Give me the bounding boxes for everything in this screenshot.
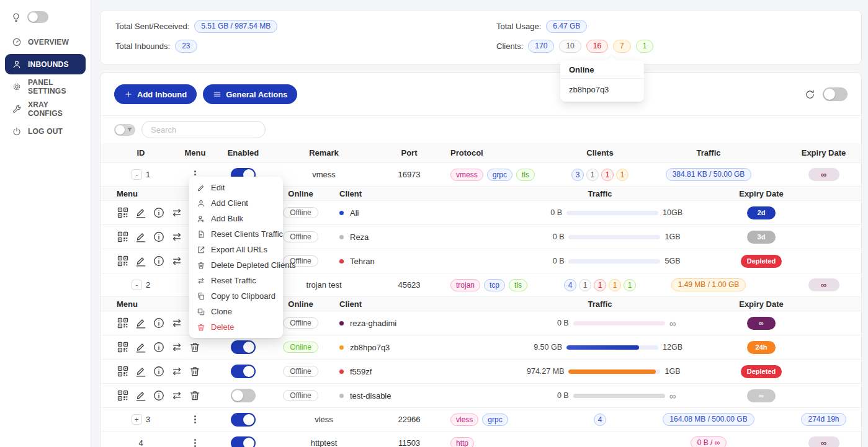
status-badge: Offline <box>283 231 318 242</box>
search-input[interactable] <box>141 121 266 138</box>
clients-count-online[interactable]: 1 <box>636 40 654 53</box>
qrcode-icon[interactable] <box>117 206 129 219</box>
clients-count-total[interactable]: 170 <box>528 40 554 53</box>
col-enabled: Enabled <box>209 148 277 157</box>
menu-item-edit[interactable]: Edit <box>192 180 280 195</box>
trash-icon[interactable] <box>189 365 201 378</box>
collapse-row-button[interactable]: - <box>132 280 142 290</box>
inbound-context-menu: Edit Add Client Add Bulk Reset Clients T… <box>189 177 283 338</box>
qrcode-icon[interactable] <box>117 317 129 329</box>
sidebar-item-panel-settings[interactable]: PANEL SETTINGS <box>5 76 86 97</box>
client-row-f559zf: Offline f559zf 974.27 MB1GB Depleted <box>101 360 861 384</box>
qrcode-icon[interactable] <box>117 365 129 378</box>
power-icon <box>12 126 22 136</box>
edit-icon[interactable] <box>135 231 147 243</box>
sidebar-item-label: INBOUNDS <box>28 60 69 69</box>
info-icon[interactable] <box>153 317 165 329</box>
clients-count-depleted[interactable]: 16 <box>586 40 608 53</box>
clients-count-expiring[interactable]: 7 <box>613 40 631 53</box>
sidebar-item-overview[interactable]: OVERVIEW <box>5 32 86 52</box>
info-icon[interactable] <box>153 341 165 353</box>
menu-item-clone[interactable]: Clone <box>192 304 280 319</box>
reset-traffic-icon[interactable] <box>171 255 183 267</box>
info-icon[interactable] <box>153 231 165 243</box>
sidebar-item-log-out[interactable]: LOG OUT <box>5 121 86 141</box>
status-badge: Offline <box>283 317 318 329</box>
menu-item-delete[interactable]: Delete <box>192 319 280 335</box>
inbound-remark: vless <box>277 415 370 424</box>
count-badge: 1 <box>601 169 614 181</box>
protocol-tag: tls <box>516 169 535 181</box>
table-header: ID Menu Enabled Remark Port Protocol Cli… <box>101 143 861 163</box>
traffic-limit: ∞ <box>669 318 676 329</box>
row-menu-button[interactable] <box>194 415 196 423</box>
edit-icon[interactable] <box>135 317 147 329</box>
qrcode-icon[interactable] <box>117 389 129 402</box>
traffic-bar <box>566 211 658 215</box>
clients-count-default[interactable]: 10 <box>559 40 581 53</box>
traffic-used: 974.27 MB <box>519 367 564 376</box>
reset-traffic-icon[interactable] <box>171 389 183 402</box>
filter-toggle[interactable] <box>114 124 135 136</box>
traffic-used: 0 B <box>519 257 564 265</box>
sidebar-item-xray-configs[interactable]: XRAY CONFIGS <box>5 99 86 119</box>
trash-icon[interactable] <box>189 389 201 402</box>
edit-icon[interactable] <box>135 341 147 353</box>
trash-icon[interactable] <box>189 341 201 353</box>
menu-item-add-bulk[interactable]: Add Bulk <box>192 211 280 226</box>
menu-item-export-all-urls[interactable]: Export All URLs <box>192 242 280 257</box>
expand-row-button[interactable]: + <box>132 414 142 425</box>
refresh-icon[interactable] <box>805 89 815 100</box>
edit-icon[interactable] <box>135 206 147 219</box>
auto-refresh-toggle[interactable] <box>823 87 848 101</box>
online-clients-popover: Online zb8hpo7q3 <box>560 60 644 102</box>
menu-item-copy-to-clipboard[interactable]: Copy to Clipboard <box>192 288 280 304</box>
count-badge: 1 <box>609 279 621 291</box>
traffic-bar <box>573 394 665 398</box>
sidebar-item-inbounds[interactable]: INBOUNDS <box>5 54 86 74</box>
inbound-row-4: 4 httptest 11503 http 0 B / ∞ ∞ <box>101 432 861 447</box>
edit-icon[interactable] <box>135 365 147 378</box>
status-badge: Online <box>283 342 318 353</box>
menu-item-delete-depleted-clients[interactable]: Delete Depleted Clients <box>192 257 280 273</box>
reset-traffic-icon[interactable] <box>171 317 183 329</box>
reset-traffic-icon[interactable] <box>171 341 183 353</box>
menu-item-add-client[interactable]: Add Client <box>192 195 280 211</box>
client-enabled-toggle[interactable] <box>231 340 256 354</box>
info-icon[interactable] <box>153 365 165 378</box>
expiry-badge: 274d 19h <box>801 413 846 426</box>
menu-item-reset-clients-traffic[interactable]: Reset Clients Traffic <box>192 226 280 242</box>
edit-icon[interactable] <box>135 255 147 267</box>
client-enabled-toggle[interactable] <box>231 365 256 378</box>
collapse-row-button[interactable]: - <box>132 169 142 180</box>
inbound-protocols: trojan tcp tls <box>448 279 569 291</box>
enabled-toggle[interactable] <box>231 436 256 447</box>
client-enabled-toggle[interactable] <box>231 389 256 402</box>
traffic-limit: 12GB <box>663 343 682 352</box>
qrcode-icon[interactable] <box>117 341 129 353</box>
qrcode-icon[interactable] <box>117 231 129 243</box>
reset-traffic-icon[interactable] <box>171 365 183 378</box>
inbound-remark: httptest <box>277 438 370 447</box>
edit-icon[interactable] <box>135 389 147 402</box>
reset-traffic-icon[interactable] <box>171 206 183 219</box>
client-dot <box>339 259 344 263</box>
qrcode-icon[interactable] <box>117 255 129 267</box>
info-icon[interactable] <box>153 206 165 219</box>
client-expiry-badge: ∞ <box>747 317 776 330</box>
sidebar-item-label: LOG OUT <box>28 127 63 136</box>
general-actions-button[interactable]: General Actions <box>203 84 297 104</box>
client-dot <box>339 235 344 239</box>
inbound-port: 45623 <box>370 280 448 290</box>
toolbar: Add Inbound General Actions <box>101 73 861 104</box>
menu-item-reset-traffic[interactable]: Reset Traffic <box>192 273 280 288</box>
status-badge: Offline <box>283 366 318 377</box>
add-inbound-button[interactable]: Add Inbound <box>114 84 197 104</box>
row-menu-button[interactable] <box>194 439 196 447</box>
sidebar: OVERVIEW INBOUNDS PANEL SETTINGS XRAY CO… <box>0 0 91 447</box>
info-icon[interactable] <box>153 389 165 402</box>
theme-toggle[interactable] <box>27 11 48 23</box>
enabled-toggle[interactable] <box>231 413 256 427</box>
info-icon[interactable] <box>153 255 165 267</box>
reset-traffic-icon[interactable] <box>171 231 183 243</box>
